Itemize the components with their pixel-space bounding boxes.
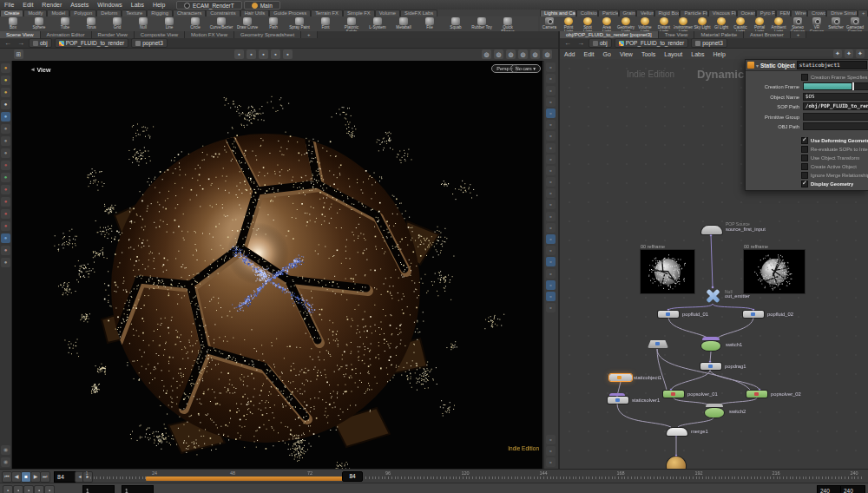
scale-handle-icon[interactable]: ● xyxy=(1,148,10,158)
wrench-icon[interactable]: ✦ xyxy=(833,49,842,58)
info-icon[interactable]: ▫ xyxy=(546,435,556,444)
audio-tool-icon[interactable]: ● xyxy=(1,233,10,243)
secure-selection-icon[interactable]: ● xyxy=(1,112,10,122)
checkbox-icon[interactable] xyxy=(801,74,808,81)
range-end-field[interactable]: 240 xyxy=(817,485,842,493)
shelf-tab-crowds[interactable]: Crowds xyxy=(807,10,826,16)
pane-tab-geometry-spreadsheet[interactable]: Geometry Spreadsheet xyxy=(234,31,301,38)
tool-camera[interactable]: Camera xyxy=(540,16,559,30)
shelf-tab-fem[interactable]: FEM xyxy=(776,10,791,16)
keyframe-icon[interactable]: ▪ xyxy=(13,485,23,493)
pane-tab-add[interactable]: + xyxy=(791,31,807,38)
node-switch1[interactable]: switch1 xyxy=(701,341,720,351)
expand-arrow-icon[interactable]: ▾ xyxy=(756,62,759,69)
tool-box[interactable]: Box xyxy=(0,16,26,30)
display-normals-icon[interactable]: ▫ xyxy=(546,212,556,221)
param-toggle-display-geometry[interactable]: Display Geometry xyxy=(746,180,868,187)
playhead-marker[interactable]: 84 xyxy=(342,471,363,482)
shelf-tab-rigging[interactable]: Rigging xyxy=(147,10,173,16)
current-frame-field[interactable]: 84 xyxy=(54,471,77,483)
param-toggle-ignore-merge-relationships[interactable]: Ignore Merge Relationships xyxy=(746,171,868,179)
tool-circle[interactable]: Circle xyxy=(182,16,208,30)
tool-rubber-toy[interactable]: Rubber Toy xyxy=(469,16,495,30)
tool-sky-light[interactable]: Sky Light xyxy=(693,16,712,30)
back-button[interactable]: ← xyxy=(3,39,13,48)
tool-gi-light[interactable]: GI Light xyxy=(712,16,731,30)
shelf-tab-deform[interactable]: Deform xyxy=(96,10,122,16)
hierarchy-icon[interactable]: ✦ xyxy=(845,49,853,58)
node-out-emitter[interactable]: Null out_emitter xyxy=(704,289,721,303)
smooth-shade-icon[interactable]: ▫ xyxy=(546,154,556,164)
tool-point-light[interactable]: Point Light xyxy=(559,16,578,31)
viewport-layout-icon[interactable]: ▫ xyxy=(546,303,556,312)
tool-draw-curve[interactable]: Draw Curve xyxy=(234,16,260,30)
shelf-tab-sidefx-labs[interactable]: SideFX Labs xyxy=(400,10,437,16)
tool-spray-paint[interactable]: Spray Paint xyxy=(286,16,312,30)
node-popfluid-01[interactable]: popfluid_01 xyxy=(658,311,679,318)
scene-viewport[interactable]: ◂ View Persp ▾ No cam ▾ Indie Edition xyxy=(12,61,542,469)
shelf-tab-vellum[interactable]: Vellum xyxy=(636,10,654,16)
pane-tab-scene-view[interactable]: Scene View xyxy=(0,31,41,38)
hand-tool-icon[interactable]: ● xyxy=(1,258,10,267)
multisnap-icon[interactable]: ▪ xyxy=(271,49,280,59)
checkbox-icon[interactable] xyxy=(801,163,808,170)
target-tool-icon[interactable]: ● xyxy=(1,246,10,255)
xray-icon[interactable]: ▫ xyxy=(546,188,556,198)
netmenu-edit[interactable]: Edit xyxy=(579,49,598,59)
pane-tab-add[interactable]: + xyxy=(301,31,318,38)
tool-font[interactable]: Font xyxy=(312,16,339,30)
path-chip-obj[interactable]: obj xyxy=(589,38,612,48)
node-popsolver-02[interactable]: popsolver_02 xyxy=(746,391,767,398)
camera-menu[interactable]: No cam ▾ xyxy=(510,64,541,73)
tool-geometry-light[interactable]: Geometry Light xyxy=(616,16,635,31)
sop-path-field[interactable]: /obj/POP_FLUID_to_render xyxy=(803,102,868,110)
translate-handle-icon[interactable]: ● xyxy=(1,124,10,134)
param-toggle-use-deforming-geometry[interactable]: Use Deforming Geometry xyxy=(746,136,868,144)
checkbox-icon[interactable] xyxy=(801,146,808,153)
tool-distant-light[interactable]: Distant Light xyxy=(654,16,674,31)
viewport-menu-icon[interactable]: ◂ xyxy=(31,66,35,73)
tool-gamepad-camera[interactable]: Gamepad Camera xyxy=(845,16,865,31)
physics-tool-icon[interactable]: ● xyxy=(1,209,10,219)
checkbox-icon[interactable] xyxy=(801,172,808,179)
favorites-star-icon[interactable]: ● xyxy=(1,76,10,85)
tool-area-light[interactable]: Area Light xyxy=(597,16,616,31)
tool-line[interactable]: Line xyxy=(156,16,182,30)
shelf-tab-particle-fluids[interactable]: Particle Fluids xyxy=(680,10,707,16)
tool-l-system[interactable]: L-System xyxy=(365,16,391,30)
pointer-plus-icon[interactable]: ◍ xyxy=(482,49,491,59)
netmenu-help[interactable]: Help xyxy=(708,49,729,59)
forward-button[interactable]: → xyxy=(575,39,586,48)
shelf-tab-characters[interactable]: Characters xyxy=(173,10,206,16)
shelf-tab-create[interactable]: Create xyxy=(0,10,23,16)
shelf-tab-simple-fx[interactable]: Simple FX xyxy=(343,10,375,16)
view-pivot-icon[interactable]: ▫ xyxy=(546,108,556,118)
pane-tab-composite-view[interactable]: Composite View xyxy=(135,31,185,38)
shelf-tab-wires[interactable]: Wires xyxy=(791,10,807,16)
desktop-tab-ecam-rendert[interactable]: ECAM_RenderT xyxy=(176,1,242,10)
shading-icon[interactable]: ▫ xyxy=(546,143,556,153)
select-arrow-icon[interactable]: ▪ xyxy=(234,49,244,59)
tool-platonic-solids[interactable]: Platonic Solids xyxy=(339,16,365,31)
menu-labs[interactable]: Labs xyxy=(127,0,148,10)
param-toggle-re-evaluate-sops-to-interpolate[interactable]: Re-evaluate SOPs to Interpolate xyxy=(746,145,868,153)
tool-spot-light[interactable]: Spot Light xyxy=(578,16,597,31)
ik-tool-icon[interactable]: ● xyxy=(1,185,10,194)
tool-caustic-light[interactable]: Caustic Light xyxy=(731,16,750,31)
creation-frame-slider[interactable] xyxy=(803,82,868,90)
field-guide-icon[interactable]: ▫ xyxy=(546,257,556,266)
checkbox-icon[interactable] xyxy=(801,154,808,161)
forward-button[interactable]: → xyxy=(16,39,26,48)
tool-quick-shapes[interactable]: Quick Shapes xyxy=(495,16,521,31)
shelf-tab-grains[interactable]: Grains xyxy=(619,10,636,16)
character-tool-icon[interactable]: ● xyxy=(1,173,10,182)
netmenu-tools[interactable]: Tools xyxy=(637,49,660,59)
param-toggle-creation-frame-specifies[interactable]: Creation Frame Specifies Simu xyxy=(746,73,868,81)
tool-tube[interactable]: Tube xyxy=(52,16,78,30)
desktop-tab-main[interactable]: Main xyxy=(244,1,280,10)
node-popfluid-02[interactable]: popfluid_02 xyxy=(743,311,764,318)
pane-tab-motion-fx-view[interactable]: Motion FX View xyxy=(185,31,234,38)
back-button[interactable]: ← xyxy=(562,39,573,48)
shelf-tab-volume[interactable]: Volume xyxy=(375,10,400,16)
node-staticobject1[interactable]: staticobject1 xyxy=(609,374,632,381)
